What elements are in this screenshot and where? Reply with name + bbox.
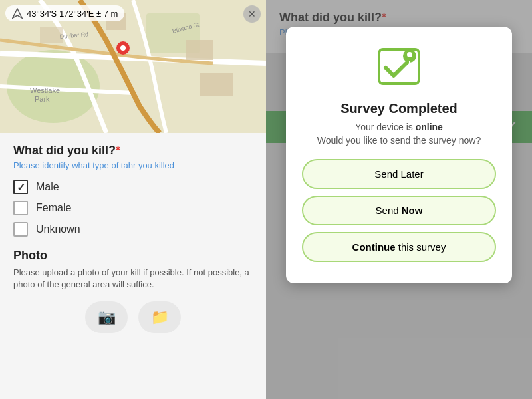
left-form-content: What did you kill?* Please identify what…: [0, 133, 266, 399]
modal-title: Survey Completed: [340, 101, 458, 116]
send-now-label2: Now: [402, 205, 423, 216]
option-male-label: Male: [36, 181, 59, 193]
photo-section-title: Photo: [13, 249, 253, 263]
svg-point-12: [120, 45, 126, 51]
question-title-text: What did you kill?: [13, 144, 116, 157]
checkbox-unknown[interactable]: [13, 222, 28, 237]
modal-sub-text: Would you like to send the survey now?: [317, 135, 481, 146]
option-unknown[interactable]: Unknown: [13, 222, 253, 237]
gps-icon: [12, 8, 23, 19]
svg-text:Westlake: Westlake: [30, 86, 60, 94]
option-unknown-label: Unknown: [36, 223, 80, 235]
option-female-label: Female: [36, 202, 71, 214]
checkbox-female[interactable]: [13, 201, 28, 215]
svg-text:Park: Park: [35, 95, 50, 103]
continue-survey-button[interactable]: Continue this survey: [302, 232, 496, 262]
camera-button[interactable]: 📷: [85, 301, 128, 333]
left-panel: Westlake Park Bibiana St Dunbar Rd 43°34…: [0, 0, 266, 399]
option-female[interactable]: Female: [13, 201, 253, 215]
checkmark-male: ✓: [17, 181, 25, 194]
gps-header: 43°34'S 172°34'E ± 7 m: [5, 5, 124, 21]
option-male[interactable]: ✓ Male: [13, 180, 253, 194]
svg-marker-15: [13, 9, 22, 18]
modal-icon: [375, 45, 423, 90]
required-star: *: [116, 144, 120, 157]
modal-online-text: Your device is online: [355, 122, 443, 132]
send-later-button[interactable]: Send Later: [302, 159, 496, 189]
send-now-button[interactable]: Send Now: [302, 196, 496, 225]
photo-buttons: 📷 📁: [13, 301, 253, 333]
modal-online-badge: online: [416, 122, 443, 132]
gps-coords: 43°34'S 172°34'E ± 7 m: [27, 9, 118, 19]
left-question-subtitle: Please identify what type of tahr you ki…: [13, 160, 253, 170]
svg-rect-6: [186, 40, 213, 60]
svg-rect-7: [200, 73, 233, 96]
options-list: ✓ Male Female Unknown: [13, 180, 253, 237]
right-panel: What did you kill?* Please identify what…: [266, 0, 532, 399]
send-now-label1: Send: [376, 205, 402, 216]
folder-button[interactable]: 📁: [138, 301, 181, 333]
send-later-label: Send Later: [374, 168, 423, 180]
left-question-title: What did you kill?*: [13, 144, 253, 158]
svg-point-18: [407, 52, 412, 57]
modal-online-prefix: Your device is: [355, 122, 413, 132]
map-area: Westlake Park Bibiana St Dunbar Rd 43°34…: [0, 0, 266, 133]
close-button[interactable]: ✕: [243, 5, 261, 23]
continue-label1: Continue: [352, 241, 396, 253]
modal-overlay: Survey Completed Your device is online W…: [266, 0, 532, 399]
modal-card: Survey Completed Your device is online W…: [286, 27, 512, 283]
photo-section-desc: Please upload a photo of your kill if po…: [13, 267, 253, 291]
continue-label2: this survey: [396, 241, 446, 253]
checkbox-male[interactable]: ✓: [13, 180, 28, 194]
